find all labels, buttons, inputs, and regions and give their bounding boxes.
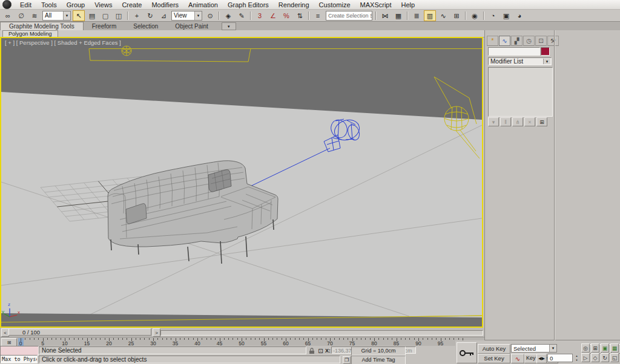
time-slider-handle[interactable]: 0 / 100 <box>8 328 151 336</box>
edit-named-selection-sets-button[interactable]: ≡ <box>312 10 324 21</box>
window-crossing-button[interactable]: ◫ <box>113 10 125 21</box>
menu-customize[interactable]: Customize <box>314 1 355 9</box>
animation-selection-set-dropdown[interactable]: Selected ▼ <box>511 344 557 353</box>
time-tag-icon[interactable]: ❐ <box>343 356 351 364</box>
set-key-button[interactable]: Set Key <box>478 354 510 363</box>
viewport-canvas[interactable]: z y x [ + ] [ Perspective ] [ Shaded + E… <box>1 38 482 327</box>
frame-spinner[interactable]: ▲▼ <box>574 354 579 362</box>
default-in-out-tangents-button[interactable]: ∿ <box>511 354 524 363</box>
align-button[interactable]: ▦ <box>392 10 404 21</box>
configure-modifier-sets-button[interactable]: ⊞ <box>536 117 547 126</box>
render-production-button[interactable]: ◕ <box>513 10 526 21</box>
chevron-down-icon[interactable]: ▼ <box>194 11 202 20</box>
auto-key-button[interactable]: Auto Key <box>478 344 510 354</box>
chevron-down-icon[interactable]: ▼ <box>543 59 550 64</box>
tab-polygon-modeling[interactable]: Polygon Modeling <box>2 30 58 37</box>
menu-modifiers[interactable]: Modifiers <box>147 1 183 9</box>
make-unique-button[interactable]: ⋔ <box>512 117 523 126</box>
menu-help[interactable]: Help <box>397 1 420 9</box>
menu-tools[interactable]: Tools <box>36 1 62 9</box>
curve-editor-button[interactable]: ∿ <box>437 10 449 21</box>
absolute-mode-icon[interactable]: ⊡ <box>317 347 325 354</box>
menu-graph-editors[interactable]: Graph Editors <box>223 1 274 9</box>
select-and-manipulate-button[interactable]: ◈ <box>222 10 234 21</box>
maximize-viewport-button[interactable]: ◱ <box>610 353 619 362</box>
select-and-move-button[interactable]: + <box>131 10 143 21</box>
add-time-tag[interactable]: Add Time Tag <box>351 356 406 364</box>
panel-tab-create[interactable]: * <box>487 36 498 46</box>
rendered-frame-window-button[interactable]: ▣ <box>500 10 512 21</box>
percent-snap-toggle-button[interactable]: % <box>280 10 292 21</box>
zoom-all-button[interactable]: ⊞ <box>591 343 599 353</box>
set-keys-button[interactable] <box>457 342 477 363</box>
spinner-snap-toggle-button[interactable]: ⇅ <box>294 10 306 21</box>
show-end-result-button[interactable]: ‖ <box>500 117 511 126</box>
ribbon-tab-graphite-modeling-tools[interactable]: Graphite Modeling Tools <box>0 22 84 30</box>
track-bar[interactable]: ⊞ 05101520253035404550556065707580859095… <box>0 337 484 346</box>
graphite-modeling-tools-toggle-button[interactable]: ▥ <box>424 10 436 21</box>
select-and-scale-button[interactable]: ⊿ <box>157 10 170 21</box>
unlink-selection-button[interactable]: ∅ <box>15 10 27 21</box>
zoom-extents-all-button[interactable]: ▦ <box>610 343 619 353</box>
field-of-view-button[interactable]: ▷ <box>581 353 590 362</box>
select-and-rotate-button[interactable]: ↻ <box>144 10 156 21</box>
panel-tab-hierarchy[interactable]: ▞ <box>511 36 523 46</box>
next-frame-button[interactable]: > <box>153 328 160 337</box>
select-object-button[interactable]: ↖ <box>73 10 85 21</box>
panel-tab-motion[interactable]: ◷ <box>523 36 535 46</box>
pan-button[interactable]: ◇ <box>591 353 599 362</box>
menu-views[interactable]: Views <box>90 1 117 9</box>
keyboard-shortcut-override-button[interactable]: ✎ <box>236 10 248 21</box>
use-pivot-point-center-button[interactable]: ⊙ <box>204 10 216 21</box>
menu-edit[interactable]: Edit <box>15 1 36 9</box>
reference-coordinate-system-combo[interactable]: View▼ <box>171 11 202 21</box>
time-slider-track[interactable] <box>160 330 483 336</box>
current-frame-field[interactable]: 0 <box>547 354 573 362</box>
ribbon-tab-selection[interactable]: Selection <box>125 22 167 30</box>
modifier-stack-list[interactable] <box>488 67 553 117</box>
object-color-swatch[interactable] <box>541 47 550 56</box>
panel-tab-display[interactable]: ⊡ <box>535 36 547 46</box>
select-by-name-button[interactable]: ▤ <box>86 10 98 21</box>
ribbon-overflow-button[interactable]: ▼ <box>222 22 236 30</box>
orbit-button[interactable]: ↻ <box>601 353 609 362</box>
angle-snap-toggle-button[interactable]: ∠ <box>267 10 279 21</box>
chevron-down-icon[interactable]: ▼ <box>63 11 70 20</box>
manage-layers-button[interactable]: ≣ <box>411 10 423 21</box>
menu-group[interactable]: Group <box>62 1 90 9</box>
x-coordinate-field[interactable]: -136,375cm <box>331 346 353 354</box>
material-editor-button[interactable]: ◉ <box>469 10 481 21</box>
key-mode-toggle[interactable]: ◀▶ <box>536 354 547 363</box>
viewport-label[interactable]: [ + ] [ Perspective ] [ Shaded + Edged F… <box>5 39 121 46</box>
open-mini-curve-editor-button[interactable]: ⊞ <box>1 338 17 346</box>
mirror-button[interactable]: ⋈ <box>379 10 391 21</box>
maxscript-mini-listener[interactable]: Max to Physc <box>0 355 38 363</box>
render-setup-button[interactable]: ◔ <box>487 10 499 21</box>
pin-stack-button[interactable]: ▾ <box>488 117 499 126</box>
application-menu-icon[interactable] <box>2 0 12 9</box>
panel-tab-utilities[interactable]: ⚒ <box>547 36 559 46</box>
bind-to-space-warp-button[interactable]: ≋ <box>28 10 41 21</box>
snaps-toggle-button[interactable]: 3 <box>254 10 266 21</box>
perspective-viewport[interactable]: z y x [ + ] [ Perspective ] [ Shaded + E… <box>0 37 483 328</box>
zoom-button[interactable]: ◎ <box>581 343 590 353</box>
selection-region-button[interactable]: ▢ <box>99 10 111 21</box>
ribbon-tab-freeform[interactable]: Freeform <box>84 22 125 30</box>
modifier-list-dropdown[interactable]: Modifier List ▼ <box>488 57 552 65</box>
spinner-down-icon[interactable]: ▼ <box>574 358 579 362</box>
menu-rendering[interactable]: Rendering <box>274 1 314 9</box>
spinner-up-icon[interactable]: ▲ <box>574 354 579 358</box>
selection-filter-combo[interactable]: All▼ <box>42 11 71 21</box>
chevron-down-icon[interactable]: ▼ <box>549 345 556 352</box>
macro-recorder-field[interactable] <box>0 346 39 356</box>
schematic-view-button[interactable]: ⊞ <box>450 10 463 21</box>
object-name-field[interactable] <box>488 47 540 56</box>
remove-modifier-button[interactable]: × <box>524 117 535 126</box>
select-and-link-button[interactable]: ∞ <box>2 10 14 21</box>
ribbon-tab-object-paint[interactable]: Object Paint <box>167 22 216 30</box>
named-selection-set-field[interactable]: Create Selection Se <box>326 11 372 21</box>
panel-divider[interactable] <box>554 30 555 340</box>
panel-tab-modify[interactable]: ∿ <box>499 36 510 46</box>
menu-maxscript[interactable]: MAXScript <box>355 1 397 9</box>
menu-animation[interactable]: Animation <box>183 1 223 9</box>
